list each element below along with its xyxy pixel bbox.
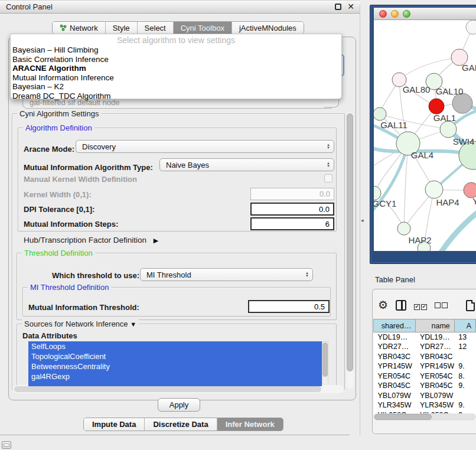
table-cell[interactable] [454,391,475,401]
manual-kernel-checkbox[interactable] [324,174,332,182]
table-cell[interactable]: YBR043C [416,352,454,362]
close-panel-icon[interactable]: ✕ [347,4,354,10]
column-header-shared-name[interactable]: shared… [374,319,416,332]
tab-discretize-data[interactable]: Discretize Data [144,418,216,431]
table-cell[interactable]: YBR045C [416,381,454,391]
panel-corner-button[interactable] [2,441,11,449]
mi-threshold-field[interactable]: 0.5 [248,300,330,313]
attribute-item[interactable]: BetweennessCentrality [28,361,322,371]
export-table-file-icon[interactable] [466,300,475,311]
table-cell[interactable]: 9. [454,381,475,391]
table-row[interactable]: YLR345WYLR345W9. [374,400,476,410]
mi-type-label: Mutual Information Algorithm Type: [24,163,153,172]
table-row[interactable]: YDL19…YDL19…13 [374,332,476,343]
table-cell[interactable]: YDL19… [374,332,416,343]
node-table[interactable]: shared… name A YDL19…YDL19…13YDR27…YDR27… [373,319,476,420]
apply-button[interactable]: Apply [158,398,200,412]
tab-cyni-toolbox[interactable]: Cyni Toolbox [173,22,232,34]
tab-jactivemnodules[interactable]: jActiveMNodules [232,22,304,34]
table-row[interactable]: YBR043CYBR043C [374,352,476,362]
network-node[interactable] [440,121,457,138]
table-cell[interactable]: YER054C [416,371,454,381]
table-cell[interactable]: YDR27… [416,342,454,352]
network-graph: GALGAL80GAL10GAL1GAL11SWI4GAL4GCY1HAP4YH… [374,20,476,251]
select-all-columns-icon[interactable]: ✔✔ [414,300,427,311]
network-node[interactable] [452,93,472,113]
network-window-titlebar[interactable] [374,8,476,20]
close-window-icon[interactable] [379,10,387,18]
table-cell[interactable]: YER054C [374,371,416,381]
mi-type-combobox[interactable]: Naive Bayes ▲▼ [159,158,334,171]
column-header-name[interactable]: name [416,319,454,332]
attribute-item[interactable]: TopologicalCoefficient [28,351,322,361]
splitter-collapse-arrow[interactable]: ◂ [361,217,364,223]
network-canvas[interactable]: GALGAL80GAL10GAL1GAL11SWI4GAL4GCY1HAP4YH… [374,20,476,251]
mi-steps-field[interactable]: 6 [250,217,334,230]
attribute-item[interactable]: SelfLoops [28,341,322,351]
dropdown-item[interactable]: ARACNE Algorithm [11,64,341,73]
attribute-item[interactable]: gal4RGexp [28,371,322,381]
tab-select[interactable]: Select [137,22,173,34]
table-cell[interactable]: YBR045C [374,381,416,391]
table-row[interactable]: YBL079WYBL079W [374,391,476,401]
column-header-partial[interactable]: A [454,319,475,332]
table-row[interactable]: YDR27…YDR27…12 [374,342,476,352]
hub-definition-expander[interactable]: Hub/Transcription Factor Definition ▶ [24,236,158,244]
data-attributes-list[interactable]: SelfLoopsTopologicalCoefficientBetweenne… [28,341,322,386]
table-cell[interactable]: 9. [454,361,475,371]
tab-impute-data[interactable]: Impute Data [84,418,144,431]
dropdown-item[interactable]: Bayesian – Hill Climbing [11,45,341,55]
which-threshold-value: MI Threshold [146,270,191,279]
dropdown-item[interactable]: Dream8 DC_TDC Algorithm [11,92,341,101]
tab-style[interactable]: Style [105,22,137,34]
tab-network[interactable]: Network [53,22,105,34]
sources-title[interactable]: Sources for Network Inference ▼ [22,319,139,328]
table-cell[interactable]: 8. [454,371,475,381]
aracne-mode-combobox[interactable]: Discovery ▲▼ [76,140,334,153]
table-cell[interactable]: 12 [454,342,475,352]
tab-infer-network[interactable]: Infer Network [217,418,283,431]
columns-icon[interactable] [396,300,406,311]
table-row[interactable]: YPR145WYPR145W9. [374,361,476,371]
network-node[interactable] [374,107,386,120]
zoom-window-icon[interactable] [403,10,410,18]
dropdown-item[interactable]: Bayesian – K2 [11,82,341,92]
table-row[interactable]: YBR045CYBR045C9. [374,381,476,391]
panel-right-edge [360,5,360,435]
deselect-all-columns-icon[interactable] [435,300,448,311]
float-panel-icon[interactable] [335,4,341,10]
minimize-window-icon[interactable] [391,10,399,18]
table-cell[interactable]: YLR345W [374,400,416,410]
network-icon [60,24,67,31]
dropdown-placeholder: Select algorithm to view settings [11,35,341,45]
table-cell[interactable]: YPR145W [416,361,454,371]
settings-scrollbar-thumb[interactable] [347,113,353,371]
network-node[interactable] [429,99,444,114]
settings-hscrollbar-thumb[interactable] [14,386,321,392]
table-cell[interactable]: 13 [454,332,475,343]
table-settings-gear-icon[interactable]: ⚙ [378,299,388,311]
network-node-label: HAP4 [436,197,459,207]
table-cell[interactable]: YBL079W [374,391,416,401]
dpi-tolerance-field[interactable]: 0.0 [250,203,334,216]
table-cell[interactable]: 9. [454,400,475,410]
network-node[interactable] [466,20,476,34]
table-cell[interactable]: YBL079W [416,391,454,401]
attributes-scrollbar-thumb[interactable] [322,343,328,377]
which-threshold-combobox[interactable]: MI Threshold ▲▼ [140,268,313,281]
dropdown-item[interactable]: Basic Correlation Inference [11,55,341,64]
table-cell[interactable]: YPR145W [374,361,416,371]
table-cell[interactable] [454,352,475,362]
network-node[interactable] [397,222,410,235]
dropdown-item[interactable]: Mutual Information Inference [11,73,341,83]
table-cell[interactable]: YDL19… [416,332,454,343]
table-cell[interactable]: YDR27… [374,342,416,352]
kernel-width-field[interactable]: 0.0 [250,188,334,200]
cyni-settings-title: Cyni Algorithm Settings [17,109,101,118]
table-cell[interactable]: YLR345W [416,400,454,410]
table-hscrollbar-thumb[interactable] [374,414,432,420]
algorithm-dropdown-list[interactable]: Select algorithm to view settings Bayesi… [10,34,342,99]
table-cell[interactable]: YBR043C [374,352,416,362]
network-node[interactable] [425,181,443,198]
table-row[interactable]: YER054CYER054C8. [374,371,476,381]
